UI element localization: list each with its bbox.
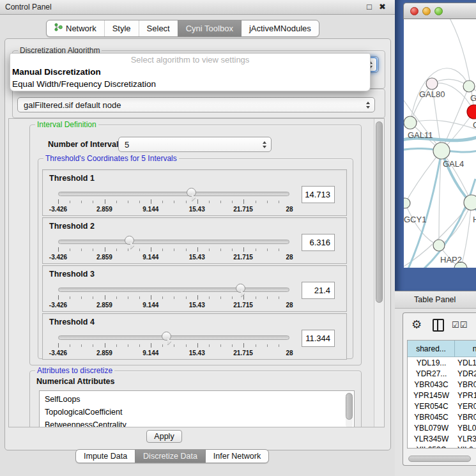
table-row[interactable]: YBR043C YBR0 — [408, 379, 476, 390]
cell-shared-name: YBR045C — [408, 413, 455, 422]
intervals-stepper[interactable] — [259, 138, 270, 151]
tab-jactivemnodules[interactable]: jActiveMNodules — [241, 20, 319, 36]
slider-track[interactable] — [58, 288, 289, 292]
tab-select[interactable]: Select — [139, 20, 178, 36]
node-red-selected[interactable] — [467, 105, 476, 119]
tick-label: -3.426 — [49, 349, 67, 357]
attributes-scrollbar[interactable] — [346, 392, 353, 427]
table-row[interactable]: YDR27... YDR2 — [408, 368, 476, 379]
attributes-scrollbar-thumb[interactable] — [346, 393, 353, 420]
tick-label: 21.715 — [233, 302, 253, 309]
threshold-slider[interactable]: -3.426 2.859 9.144 15.43 21.715 28 — [58, 332, 289, 358]
cell-name: YPR1 — [455, 391, 476, 400]
slider-thumb[interactable] — [187, 188, 196, 197]
tick-label: 15.43 — [189, 302, 205, 309]
table-data-stepper[interactable] — [362, 98, 374, 111]
table-horizontal-scrollbar-thumb[interactable] — [408, 456, 471, 462]
tab-network[interactable]: Network — [47, 20, 104, 36]
label-hap2: HAP2 — [440, 255, 462, 265]
network-canvas[interactable]: GAL80 GA GAL11 C GAL4 GCY1 H HAP2 — [404, 19, 476, 268]
slider-track[interactable] — [58, 192, 289, 196]
column-header-name[interactable]: na — [455, 341, 476, 357]
table-data-combobox[interactable]: galFiltered.sif default node — [17, 97, 375, 112]
column-header-shared[interactable]: shared... — [408, 341, 455, 357]
tab-style[interactable]: Style — [104, 20, 139, 36]
tick-label: 9.144 — [142, 302, 158, 309]
threshold-value-field[interactable] — [302, 234, 335, 251]
checkbox-icons[interactable]: ☑☑ — [452, 320, 468, 330]
gear-icon[interactable]: ⚙ — [411, 318, 422, 331]
threshold-slider[interactable]: -3.426 2.859 9.144 15.43 21.715 28 — [58, 188, 289, 215]
node-ga[interactable] — [463, 81, 475, 92]
cell-name: YBR0 — [455, 380, 476, 389]
threshold-slider[interactable]: -3.426 2.859 9.144 15.43 21.715 28 — [58, 284, 289, 311]
table-panel-title: Table Panel — [414, 291, 456, 308]
tick-label: 2.859 — [96, 206, 112, 213]
number-of-intervals-spinner[interactable]: 5 — [118, 137, 272, 152]
tick-label: 9.144 — [142, 206, 158, 213]
tab-cyni-toolbox[interactable]: Cyni Toolbox — [178, 20, 241, 36]
threshold-value-field[interactable] — [302, 330, 335, 347]
minimize-traffic-light[interactable] — [422, 7, 431, 15]
tab-infer-network[interactable]: Infer Network — [205, 450, 268, 463]
table-row[interactable]: YBR045C YBR0 — [408, 411, 476, 422]
label-h-partial: H — [473, 215, 476, 224]
node-gcy1[interactable] — [404, 198, 410, 208]
cell-shared-name: YBR043C — [408, 380, 455, 389]
table-row[interactable]: YER054C YER0 — [408, 401, 476, 411]
cell-shared-name: YIL053C — [408, 445, 455, 449]
network-view-window: GAL80 GA GAL11 C GAL4 GCY1 H HAP2 — [403, 3, 476, 268]
label-gal11: GAL11 — [408, 130, 433, 140]
popup-item-equal-width-frequency[interactable]: Equal Width/Frequency Discretization — [10, 78, 370, 90]
node-hap2[interactable] — [433, 240, 445, 251]
node-h[interactable] — [464, 195, 476, 210]
node-attribute-table[interactable]: shared... na YDL19... YDL1 YDR27... YDR2… — [407, 340, 476, 449]
tab-impute-data[interactable]: Impute Data — [76, 450, 135, 463]
table-row[interactable]: YLR345W YLR3 — [408, 433, 476, 444]
table-row[interactable]: YIL053C YIL0 — [408, 444, 476, 449]
attribute-list-item[interactable]: TopologicalCoefficient — [40, 406, 354, 418]
cell-shared-name: YER054C — [408, 402, 455, 411]
threshold-value-field[interactable] — [302, 282, 335, 299]
top-tab-bar: Network Style Select Cyni Toolbox jActiv… — [46, 20, 319, 37]
attribute-list-item[interactable]: SelfLoops — [40, 393, 354, 406]
network-window-titlebar[interactable] — [403, 3, 476, 19]
label-ga-partial: GA — [470, 93, 476, 103]
apply-button[interactable]: Apply — [146, 430, 182, 443]
float-window-icon[interactable]: □ — [367, 0, 372, 14]
close-panel-icon[interactable]: ✖ — [379, 0, 386, 14]
apply-row: Apply — [8, 427, 385, 450]
column-layout-icon[interactable] — [433, 319, 444, 332]
slider-thumb[interactable] — [162, 332, 171, 341]
threshold-coordinates-title: Threshold's Coordinates for 5 Intervals — [43, 154, 179, 164]
threshold-slider[interactable]: -3.426 2.859 9.144 15.43 21.715 28 — [58, 236, 289, 263]
slider-thumb[interactable] — [236, 284, 245, 293]
numerical-attributes-list[interactable]: SelfLoops TopologicalCoefficient Between… — [39, 390, 355, 427]
attribute-list-item[interactable]: BetweennessCentrality — [40, 418, 354, 427]
zoom-traffic-light[interactable] — [434, 7, 443, 15]
table-horizontal-scrollbar[interactable] — [408, 456, 473, 462]
tick-label: 21.715 — [233, 349, 253, 357]
slider-track[interactable] — [58, 335, 289, 340]
slider-track[interactable] — [58, 240, 289, 244]
table-row[interactable]: YDL19... YDL1 — [408, 357, 476, 368]
cell-name: YDR2 — [455, 369, 476, 378]
settings-scrollbar[interactable] — [374, 119, 384, 427]
attributes-group-title: Attributes to discretize — [35, 366, 114, 376]
popup-hint: Select algorithm to view settings — [10, 54, 370, 66]
table-row[interactable]: YPR145W YPR1 — [408, 390, 476, 401]
slider-thumb[interactable] — [125, 236, 134, 245]
tick-label: 15.43 — [189, 254, 205, 261]
settings-scroll-viewport: Interval Definition Number of Intervals … — [8, 118, 385, 427]
tick-label: 28 — [286, 302, 293, 309]
close-traffic-light[interactable] — [410, 7, 418, 15]
node-gal4[interactable] — [433, 142, 450, 159]
node-gal80[interactable] — [426, 78, 438, 89]
popup-item-manual-discretization[interactable]: Manual Discretization — [10, 66, 370, 78]
tab-discretize-data[interactable]: Discretize Data — [135, 450, 205, 463]
node-gal11[interactable] — [404, 116, 417, 129]
tick-label: 21.715 — [233, 254, 253, 261]
settings-scrollbar-thumb[interactable] — [376, 121, 383, 303]
table-row[interactable]: YBL079W YBL0 — [408, 422, 476, 433]
threshold-value-field[interactable] — [302, 186, 335, 203]
